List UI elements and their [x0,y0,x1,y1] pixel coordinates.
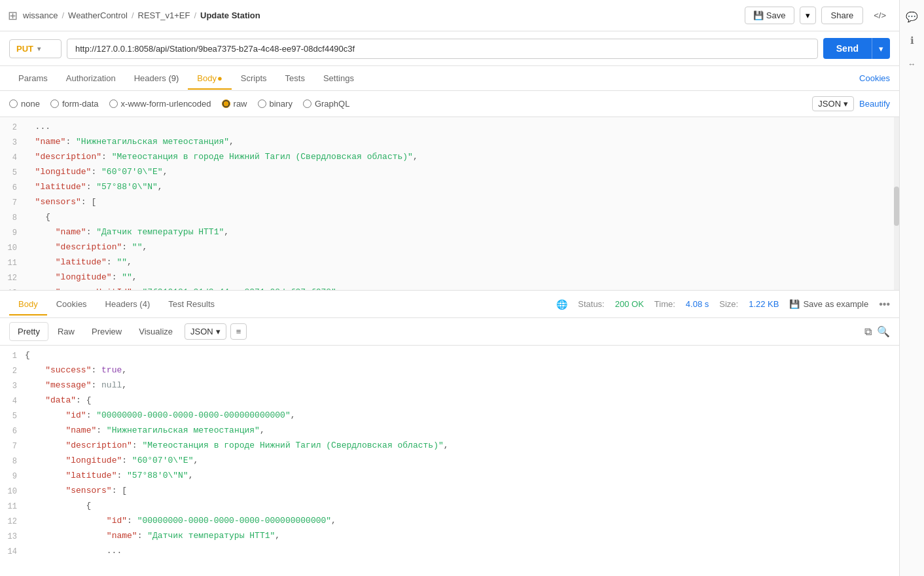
breadcrumb-part2[interactable]: WeatherControl [68,10,128,20]
copy-button[interactable]: ⧉ [864,325,872,338]
format-chevron-icon: ▾ [844,99,848,109]
share-label: Share [831,10,854,20]
code-line-8: 8 { [0,210,899,225]
size-label: Size: [719,299,738,309]
code-line-5: 5 "longitude": "60°07'0\"E", [0,165,899,180]
body-type-selector: none form-data x-www-form-urlencoded raw… [0,91,899,117]
arrows-icon[interactable]: ↔ [902,54,923,75]
body-formdata-option[interactable]: form-data [50,99,99,109]
code-line-9: 9 "name": "Датчик температуры НТТ1", [0,225,899,240]
resp-format-chevron-icon: ▾ [216,327,221,336]
response-more-button[interactable]: ••• [879,298,890,310]
tab-params[interactable]: Params [9,68,57,90]
response-toolbar: Pretty Raw Preview Visualize JSON ▾ ≡ ⧉ … [0,318,899,346]
view-tab-raw[interactable]: Raw [50,323,82,340]
resp-line-3: 3 "message": null, [0,378,899,393]
search-button[interactable]: 🔍 [877,325,890,338]
tab-tests[interactable]: Tests [276,68,314,90]
resp-line-6: 6 "name": "Нижнетагильская метеостанция"… [0,423,899,439]
save-example-label: Save as example [803,299,868,309]
request-tabs: Params Authorization Headers (9) Body● S… [0,66,899,91]
code-toggle-button[interactable]: </> [868,7,891,24]
filter-icon: ≡ [236,327,241,336]
top-bar: ⊞ wissance / WeatherControl / REST_v1+EF… [0,0,899,31]
code-line-12: 12 "longitude": "", [0,270,899,285]
url-bar: PUT ▾ Send ▾ [0,31,899,66]
resp-toolbar-right: ⧉ 🔍 [864,325,890,338]
format-select[interactable]: JSON ▾ [812,96,854,111]
breadcrumb-sep2: / [132,10,134,20]
time-label: Time: [654,299,675,309]
tab-authorization[interactable]: Authorization [57,68,125,90]
send-group: Send ▾ [823,38,890,59]
body-graphql-option[interactable]: GraphQL [303,99,349,109]
code-line-4: 4 "description": "Метеостанция в городе … [0,150,899,165]
save-example-button[interactable]: 💾 Save as example [789,299,868,309]
body-none-option[interactable]: none [9,99,40,109]
view-tab-pretty[interactable]: Pretty [9,322,48,341]
breadcrumb-part3[interactable]: REST_v1+EF [138,10,190,20]
req-scrollbar[interactable] [894,117,899,290]
save-icon: 💾 [753,10,764,20]
resp-format-select[interactable]: JSON ▾ [185,323,226,340]
method-label: PUT [16,44,33,54]
code-line-7: 7 "sensors": [ [0,195,899,210]
main-content: ⊞ wissance / WeatherControl / REST_v1+EF… [0,0,899,576]
response-meta: 🌐 Status: 200 OK Time: 4.08 s Size: 1.22… [556,298,890,310]
code-line-6: 6 "latitude": "57°88'0\"N", [0,180,899,195]
send-button[interactable]: Send [823,38,872,59]
send-label: Send [836,43,859,54]
resp-tab-headers[interactable]: Headers (4) [96,294,160,315]
breadcrumb: wissance / WeatherControl / REST_v1+EF /… [23,10,745,20]
request-code-area[interactable]: 2 ... 3 "name": "Нижнетагильская метеост… [0,117,899,290]
body-binary-option[interactable]: binary [258,99,293,109]
resp-line-1: 1 { [0,348,899,363]
code-line-10: 10 "description": "", [0,240,899,255]
top-bar-actions: 💾 Save ▾ Share </> [745,7,891,24]
time-value: 4.08 s [686,299,709,309]
req-scrollbar-thumb[interactable] [894,187,899,226]
right-sidebar: 💬 ℹ ↔ [899,0,924,576]
resp-tab-test-results[interactable]: Test Results [159,294,224,315]
tab-settings[interactable]: Settings [314,68,363,90]
status-value: 200 OK [615,299,644,309]
method-chevron-icon: ▾ [37,45,41,52]
body-urlencoded-option[interactable]: x-www-form-urlencoded [109,99,211,109]
save-button[interactable]: 💾 Save [745,7,794,24]
view-tab-preview[interactable]: Preview [84,323,130,340]
response-status-bar: Body Cookies Headers (4) Test Results 🌐 … [0,291,899,318]
view-tab-visualize[interactable]: Visualize [131,323,181,340]
tab-body[interactable]: Body● [188,68,232,90]
body-raw-option[interactable]: raw [222,99,247,109]
send-dropdown-button[interactable]: ▾ [872,38,890,59]
share-button[interactable]: Share [821,7,864,24]
response-code-area: 1 { 2 "success": true, 3 "message": null… [0,346,899,562]
save-dropdown-button[interactable]: ▾ [800,7,816,24]
resp-line-12: 12 "id": "00000000-0000-0000-0000-000000… [0,514,899,529]
send-chevron-icon: ▾ [879,44,883,54]
resp-tab-cookies[interactable]: Cookies [47,294,96,315]
save-label: Save [766,10,786,20]
beautify-button[interactable]: Beautify [859,99,890,109]
tab-scripts[interactable]: Scripts [232,68,276,90]
breadcrumb-part1[interactable]: wissance [23,10,58,20]
body-format-controls: JSON ▾ Beautify [812,96,890,111]
method-select[interactable]: PUT ▾ [9,39,62,58]
url-input[interactable] [67,39,818,59]
comment-icon[interactable]: 💬 [902,7,923,27]
status-label: Status: [578,299,604,309]
breadcrumb-sep1: / [62,10,64,20]
tab-headers[interactable]: Headers (9) [125,68,188,90]
code-line-ellipsis: 2 ... [0,120,899,135]
resp-line-2: 2 "success": true, [0,363,899,378]
resp-tab-body[interactable]: Body [9,294,47,315]
resp-line-8: 8 "longitude": "60°07'0\"E", [0,454,899,469]
cookies-link[interactable]: Cookies [859,73,890,83]
save-example-icon: 💾 [789,299,800,309]
filter-button[interactable]: ≡ [230,323,247,340]
size-value: 1.22 KB [749,299,779,309]
response-body: 1 { 2 "success": true, 3 "message": null… [0,346,899,576]
globe-icon: 🌐 [556,299,567,310]
info-icon[interactable]: ℹ [902,30,923,51]
request-body-editor: 2 ... 3 "name": "Нижнетагильская метеост… [0,117,899,291]
